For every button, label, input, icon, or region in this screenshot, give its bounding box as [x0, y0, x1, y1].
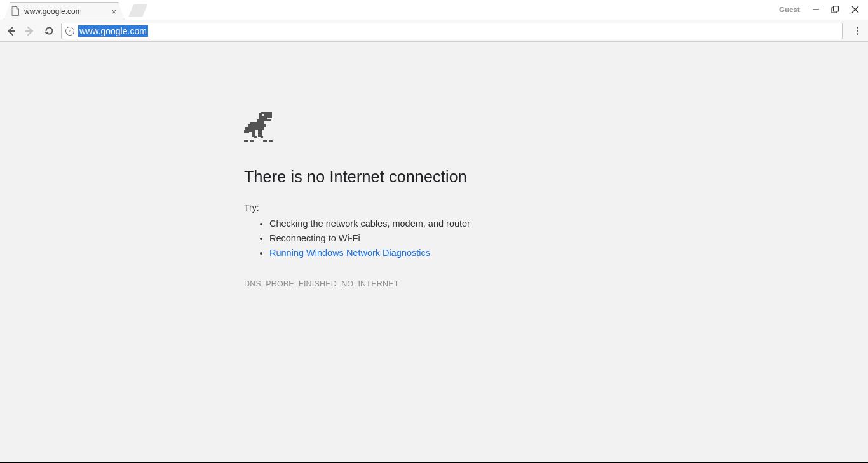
svg-rect-2 — [834, 6, 839, 11]
svg-rect-23 — [244, 140, 248, 142]
svg-rect-22 — [261, 136, 263, 138]
tab-strip: www.google.com × Guest — [0, 0, 868, 20]
new-tab-button[interactable] — [128, 4, 147, 17]
site-info-icon[interactable]: i — [65, 27, 74, 36]
offline-error-block: There is no Internet connection Try: Che… — [244, 112, 625, 288]
error-heading: There is no Internet connection — [244, 168, 625, 186]
guest-label: Guest — [779, 6, 800, 13]
close-tab-icon[interactable]: × — [111, 6, 116, 16]
back-button[interactable] — [4, 24, 18, 38]
page-content: There is no Internet connection Try: Che… — [0, 42, 868, 462]
suggestion-item: Running Windows Network Diagnostics — [269, 246, 625, 260]
url-text: www.google.com — [78, 26, 148, 36]
svg-rect-8 — [259, 113, 261, 119]
suggestion-list: Checking the network cables, modem, and … — [244, 217, 625, 260]
svg-rect-24 — [250, 140, 254, 142]
suggestion-item: Reconnecting to Wi-Fi — [269, 231, 625, 246]
tab-active[interactable]: www.google.com × — [4, 2, 125, 20]
url-selected: www.google.com — [78, 25, 148, 37]
address-bar[interactable]: i www.google.com — [61, 23, 843, 39]
svg-rect-20 — [254, 136, 257, 138]
svg-rect-18 — [264, 126, 266, 127]
maximize-button[interactable] — [831, 6, 839, 14]
minimize-button[interactable] — [811, 6, 820, 14]
suggestion-item: Checking the network cables, modem, and … — [269, 217, 625, 231]
menu-button[interactable] — [850, 24, 864, 38]
toolbar: i www.google.com — [0, 20, 868, 42]
error-code: DNS_PROBE_FINISHED_NO_INTERNET — [244, 279, 625, 288]
svg-rect-17 — [263, 124, 266, 126]
forward-button[interactable] — [23, 24, 37, 38]
svg-rect-11 — [267, 119, 271, 121]
diagnostics-link[interactable]: Running Windows Network Diagnostics — [269, 248, 430, 258]
svg-rect-13 — [250, 122, 264, 130]
svg-rect-16 — [244, 130, 247, 133]
dino-icon[interactable] — [244, 112, 273, 144]
tab-title: www.google.com — [24, 7, 82, 16]
close-window-button[interactable] — [851, 6, 859, 14]
svg-rect-26 — [269, 140, 273, 142]
window-controls: Guest — [779, 0, 868, 20]
try-label: Try: — [244, 203, 625, 213]
svg-rect-9 — [262, 114, 264, 116]
svg-rect-25 — [263, 140, 267, 142]
reload-button[interactable] — [42, 24, 56, 38]
file-icon — [11, 6, 20, 17]
